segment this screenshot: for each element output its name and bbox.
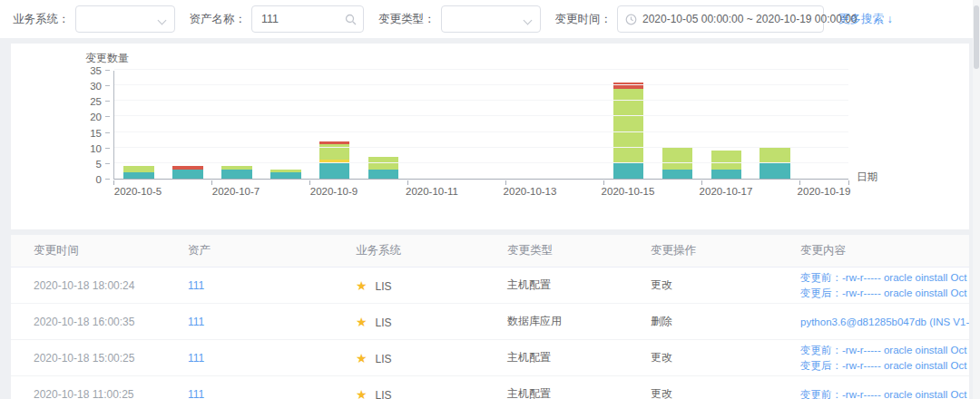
chart-plot <box>113 71 848 180</box>
cell-change-content: 变更前：-rw-r----- oracle oinstall Oct 18 10… <box>800 344 969 372</box>
asset-link[interactable]: 111 <box>188 316 204 328</box>
cell-change-content: 变更前：-rw-r----- oracle oinstall Oct 17 10… <box>800 388 969 399</box>
bar-segment-green <box>760 148 789 163</box>
x-tick-label: 2020-10-9 <box>310 186 358 197</box>
business-system-label: 业务系统： <box>13 12 70 27</box>
bar-segment-teal <box>662 170 692 179</box>
chevron-down-icon <box>159 17 166 24</box>
bar-segment-green <box>662 148 692 170</box>
y-tick-label: 0 <box>73 174 102 185</box>
cell-business-system: LIS <box>376 389 392 399</box>
table-row: 2020-10-18 16:00:35 111 ★LIS 数据库应用 删除 py… <box>11 304 969 340</box>
table-row: 2020-10-18 11:00:25 111 ★LIS 主机配置 更改 变更前… <box>11 376 969 399</box>
y-tick-label: 20 <box>73 112 102 122</box>
asset-name-input[interactable]: 111 <box>251 5 364 33</box>
table-row: 2020-10-18 18:00:24 111 ★LIS 主机配置 更改 变更前… <box>11 268 969 304</box>
asset-link[interactable]: 111 <box>188 352 204 365</box>
change-time-range-picker[interactable]: 2020-10-05 00:00:00 ~ 2020-10-19 00:00:0… <box>617 5 824 33</box>
cell-change-type: 主机配置 <box>507 277 651 293</box>
stacked-bar <box>368 157 398 179</box>
bar-segment-teal <box>368 170 398 179</box>
cell-business-system: LIS <box>376 353 392 365</box>
y-tick-label: 15 <box>73 128 102 139</box>
business-system-select[interactable] <box>75 5 175 33</box>
x-tick-mark <box>701 180 702 185</box>
asset-link[interactable]: 111 <box>188 279 204 292</box>
cell-change-content: python3.6@d81285b047db (INS V1-V3) <box>800 316 969 328</box>
chart-card: 变更数量 05101520253035 2020-10-52020-10-720… <box>11 44 969 229</box>
stacked-bar <box>123 166 153 179</box>
cell-change-time: 2020-10-18 18:00:24 <box>34 279 188 292</box>
stacked-bar <box>172 166 202 179</box>
cell-change-type: 主机配置 <box>507 350 651 365</box>
favorite-star-icon[interactable]: ★ <box>356 387 368 399</box>
bar-segment-teal <box>270 172 300 179</box>
bar-segment-teal <box>172 170 202 179</box>
x-tick-label: 2020-10-15 <box>602 186 655 197</box>
table-body: 2020-10-18 18:00:24 111 ★LIS 主机配置 更改 变更前… <box>11 268 969 399</box>
gridline <box>114 162 848 163</box>
x-tick-label: 2020-10-5 <box>114 186 162 197</box>
asset-link[interactable]: 111 <box>188 388 204 399</box>
change-content-link[interactable]: 变更后：-rw-r----- oracle oinstall Oct 18 18… <box>800 287 969 299</box>
cell-change-operation: 更改 <box>651 386 800 399</box>
cell-change-operation: 更改 <box>651 350 800 365</box>
favorite-star-icon[interactable]: ★ <box>356 315 368 329</box>
bar-segment-teal <box>760 163 789 179</box>
table-row: 2020-10-18 15:00:25 111 ★LIS 主机配置 更改 变更前… <box>11 340 969 376</box>
gridline <box>114 131 848 132</box>
gridline <box>114 69 848 70</box>
chart-y-axis-title: 变更数量 <box>85 51 129 66</box>
y-tick-label: 35 <box>73 65 102 76</box>
x-tick-mark <box>407 180 408 185</box>
col-header-change-type: 变更类型 <box>507 243 651 258</box>
x-tick-mark <box>113 180 114 185</box>
change-type-select[interactable] <box>441 5 541 33</box>
cell-change-operation: 更改 <box>651 277 800 293</box>
y-tick-label: 30 <box>73 81 102 92</box>
bar-segment-green <box>368 157 398 170</box>
clock-icon <box>625 14 637 25</box>
bar-segment-green <box>711 151 741 170</box>
cell-change-time: 2020-10-18 15:00:25 <box>34 352 188 365</box>
change-content-link[interactable]: python3.6@d81285b047db (INS V1-V3) <box>800 316 969 328</box>
x-tick-label: 2020-10-13 <box>504 186 557 197</box>
change-content-link[interactable]: 变更后：-rw-r----- oracle oinstall Oct 18 15… <box>800 359 969 372</box>
change-content-link[interactable]: 变更前：-rw-r----- oracle oinstall Oct 18 10… <box>800 344 969 356</box>
col-header-business-system: 业务系统 <box>356 243 507 258</box>
change-content-link[interactable]: 变更前：-rw-r----- oracle oinstall Oct 17 10… <box>800 388 969 399</box>
cell-change-content: 变更前：-rw-r----- oracle oinstall Oct 18 15… <box>800 271 969 299</box>
change-time-range-value: 2020-10-05 00:00:00 ~ 2020-10-19 00:00:0… <box>642 13 858 25</box>
page-scrollbar[interactable] <box>973 0 980 399</box>
x-tick-label: 2020-10-7 <box>212 186 260 197</box>
gridline <box>114 100 848 101</box>
favorite-star-icon[interactable]: ★ <box>356 278 368 293</box>
change-time-label: 变更时间： <box>555 12 612 27</box>
change-type-label: 变更类型： <box>378 12 436 27</box>
change-content-link[interactable]: 变更前：-rw-r----- oracle oinstall Oct 18 15… <box>800 271 969 284</box>
x-tick-label: 2020-10-11 <box>406 186 458 197</box>
bar-segment-teal <box>319 163 349 179</box>
bar-segment-teal <box>123 172 153 179</box>
scrollbar-thumb[interactable] <box>974 5 979 69</box>
y-tick-label: 25 <box>73 96 102 107</box>
search-icon <box>345 14 357 25</box>
x-tick-mark <box>211 180 212 185</box>
bar-segment-teal <box>711 170 741 179</box>
stacked-bar <box>221 166 251 179</box>
chart-x-axis: 2020-10-52020-10-72020-10-92020-10-11202… <box>113 180 848 199</box>
stacked-bar <box>760 148 789 179</box>
col-header-asset: 资产 <box>188 243 356 258</box>
gridline <box>114 115 848 116</box>
gridline <box>114 84 848 85</box>
chart-y-axis: 05101520253035 <box>73 71 111 180</box>
favorite-star-icon[interactable]: ★ <box>356 351 368 365</box>
stacked-bar <box>662 148 692 179</box>
x-tick-mark <box>309 180 310 185</box>
asset-name-label: 资产名称： <box>190 12 247 27</box>
x-tick-mark <box>505 180 506 185</box>
cell-change-type: 数据库应用 <box>507 314 651 329</box>
y-tick-label: 5 <box>73 159 102 170</box>
asset-name-input-value: 111 <box>261 13 279 25</box>
bar-segment-red <box>613 83 643 89</box>
